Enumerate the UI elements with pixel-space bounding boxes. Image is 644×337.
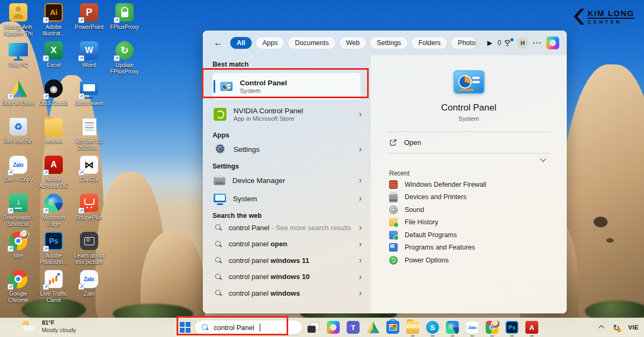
desktop-icon[interactable]: ↗ lịch làm 03 2023-b... xyxy=(72,115,106,153)
programs-features-icon xyxy=(389,243,398,252)
result-detail-pane: Control Panel System Open Recent Windows… xyxy=(370,55,567,313)
desktop-icon[interactable]: ↗ Adobe Illustrat... xyxy=(36,1,71,39)
taskbar-google-drive-button[interactable] xyxy=(367,321,379,334)
search-filter-tab[interactable]: Photos xyxy=(451,37,476,49)
result-device-manager[interactable]: Device Manager › xyxy=(203,172,370,188)
recent-item[interactable]: Devices and Printers xyxy=(371,191,567,204)
desktop-icon[interactable]: ↗ Google Drive xyxy=(1,77,35,115)
chevron-right-icon[interactable]: › xyxy=(358,145,363,153)
desktop-icon[interactable]: ↗ Excel xyxy=(36,39,71,77)
desktop-icon[interactable]: ↗ stre xyxy=(1,230,35,268)
recent-item[interactable]: File History xyxy=(371,216,567,229)
more-options-icon[interactable]: ··· xyxy=(533,39,542,47)
copilot-icon[interactable] xyxy=(546,36,559,49)
search-filter-tab[interactable]: All xyxy=(230,37,252,49)
desktop-icon[interactable]: ↗ Zalo - Copy xyxy=(1,153,35,192)
running-indicator xyxy=(491,335,494,337)
best-match-result-control-panel[interactable]: Control Panel System xyxy=(213,73,361,100)
taskbar-photoshop-button[interactable] xyxy=(506,321,518,334)
desktop-icon[interactable]: ↗ Learn about this picture xyxy=(72,230,106,268)
start-button-windows-icon[interactable] xyxy=(179,321,191,333)
desktop-icon-label: ShopePlus xyxy=(76,214,103,221)
chevron-right-icon[interactable]: › xyxy=(358,256,363,265)
copilot-icon xyxy=(327,321,340,334)
web-suggestion-row[interactable]: control panel open › xyxy=(203,236,370,253)
recent-item[interactable]: Default Programs xyxy=(371,229,567,241)
desktop-icon[interactable]: ↗ CapCut xyxy=(72,153,106,192)
chevron-right-icon[interactable]: › xyxy=(358,273,363,281)
taskbar-weather-widget[interactable]: 81°F Mostly cloudy xyxy=(21,319,76,333)
result-nvidia-control-panel[interactable]: NVIDIA Control Panel App in Microsoft St… xyxy=(203,102,370,126)
recent-item[interactable]: Power Options xyxy=(371,254,567,267)
desktop-icon[interactable]: ↗ Update FPlusProxy xyxy=(107,39,142,77)
taskbar-skype-button[interactable] xyxy=(426,321,439,334)
recent-item[interactable]: Windows Defender Firewall xyxy=(371,178,567,191)
taskbar-microsoft-store-button[interactable] xyxy=(386,321,399,334)
recent-item-label: Programs and Features xyxy=(405,244,475,251)
taskbar-search-input[interactable]: control Panel xyxy=(194,320,303,335)
taskbar-teams-button[interactable] xyxy=(347,321,360,334)
taskbar-copilot-button[interactable] xyxy=(327,321,340,334)
back-arrow-icon[interactable]: ← xyxy=(210,38,226,48)
search-filter-tab[interactable]: Settings xyxy=(370,37,407,49)
desktop-icon[interactable]: ↗ PowerPoint xyxy=(72,1,106,39)
play-icon[interactable]: ▶ xyxy=(486,39,493,47)
expand-actions[interactable] xyxy=(387,153,551,164)
search-filter-tab[interactable]: Folders xyxy=(412,37,447,49)
sync-tray-icon[interactable]: ↻ xyxy=(613,324,620,332)
desktop-icon[interactable]: ↗ OBS Studio xyxy=(36,77,71,115)
taskbar-edge-button[interactable] xyxy=(446,321,459,334)
tray-chevron-up-icon[interactable] xyxy=(598,325,604,331)
chevron-right-icon[interactable]: › xyxy=(358,240,363,248)
desktop-icon-grid: ↗ Hoang Anh Nguyễn Thị ↗ This PC ↗ Googl… xyxy=(1,1,142,306)
desktop-icon-label: FPlusProxy xyxy=(110,24,139,30)
file-explorer-icon xyxy=(406,321,419,334)
recent-item[interactable]: Sound xyxy=(371,203,567,216)
desktop-icon[interactable]: ↗ Microsoft Edge xyxy=(36,192,71,230)
desktop-icon[interactable]: ↗ Recycle Bin xyxy=(1,115,35,153)
desktop-icon[interactable]: ↗ Word xyxy=(72,39,106,77)
taskbar-chrome-photo-button[interactable] xyxy=(486,321,499,334)
desktop-icon[interactable]: ↗ FPlusProxy xyxy=(107,1,142,39)
control-panel-icon xyxy=(220,82,233,91)
recent-item-label: File History xyxy=(405,218,438,226)
chevron-right-icon[interactable]: › xyxy=(358,289,363,297)
running-indicator xyxy=(530,335,534,337)
web-suggestion-row[interactable]: control panel windows 10 › xyxy=(203,269,370,285)
search-icon xyxy=(201,324,209,331)
web-suggestion-row[interactable]: control panel windows › xyxy=(203,285,370,302)
desktop-icon[interactable]: ↗ Live Traffic Client xyxy=(36,268,71,306)
desktop-icon[interactable]: ↗ ShopePlus xyxy=(72,192,106,230)
web-suggestion-row[interactable]: control panel windows 11 › xyxy=(203,252,370,269)
language-indicator[interactable]: VIE xyxy=(628,324,639,331)
recent-item[interactable]: Programs and Features xyxy=(371,241,567,254)
desktop-icon[interactable]: ↗ Lenovo xyxy=(36,115,71,153)
web-suggestion-row[interactable]: control Panel - See more search results … xyxy=(203,219,370,236)
desktop-icon[interactable]: ↗ UltraViewer xyxy=(72,77,106,115)
photoshop-icon xyxy=(506,321,518,334)
taskbar-adobe-button[interactable] xyxy=(525,321,538,334)
chevron-right-icon[interactable]: › xyxy=(358,110,363,119)
desktop-icon[interactable]: ↗ Zalo xyxy=(72,268,106,306)
account-avatar[interactable]: H xyxy=(517,37,529,49)
chevron-right-icon[interactable]: › xyxy=(358,194,363,203)
search-filter-tab[interactable]: Documents xyxy=(288,37,335,49)
desktop-icon[interactable]: ↗ Hoang Anh Nguyễn Thị xyxy=(1,1,35,39)
result-system[interactable]: System › xyxy=(203,190,370,207)
taskbar-file-explorer-button[interactable] xyxy=(406,321,419,334)
desktop-icon[interactable]: ↗ Downloads - Shortcut xyxy=(1,192,35,230)
search-filter-tab[interactable]: Apps xyxy=(256,37,284,49)
chevron-right-icon[interactable]: › xyxy=(358,223,363,232)
open-action[interactable]: Open xyxy=(371,132,567,153)
taskbar-task-view-button[interactable] xyxy=(307,321,320,334)
recent-item-label: Power Options xyxy=(405,257,449,264)
result-settings-app[interactable]: Settings › xyxy=(203,141,370,157)
chevron-right-icon[interactable]: › xyxy=(358,176,363,185)
desktop-icon[interactable]: ↗ Adobe Photosho... xyxy=(36,230,71,268)
desktop-icon[interactable]: ↗ Adobe Acrobat DC xyxy=(36,153,71,192)
desktop-icon[interactable]: ↗ This PC xyxy=(1,39,35,77)
rewards-badge[interactable]: 0 xyxy=(497,39,513,47)
desktop-icon[interactable]: ↗ Google Chrome xyxy=(1,268,35,306)
search-filter-tab[interactable]: Web xyxy=(340,37,366,49)
taskbar-zalo-button[interactable] xyxy=(466,321,479,334)
